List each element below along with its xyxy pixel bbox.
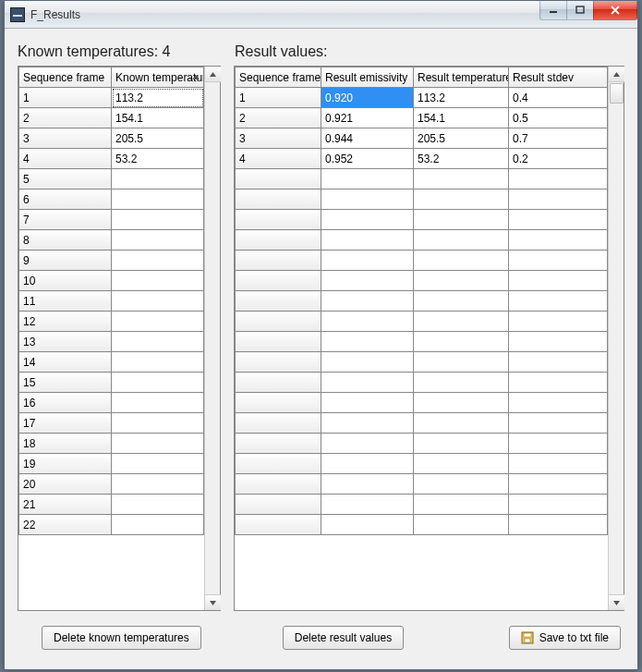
cell[interactable] xyxy=(321,291,414,312)
cell[interactable] xyxy=(509,454,608,474)
cell[interactable] xyxy=(321,210,414,230)
cell-temp[interactable] xyxy=(112,332,204,352)
table-row[interactable]: 22 xyxy=(19,515,204,535)
table-row[interactable]: 20.921154.10.5 xyxy=(236,108,608,128)
table-row[interactable] xyxy=(236,291,608,312)
cell[interactable] xyxy=(236,434,321,454)
cell[interactable] xyxy=(509,495,608,515)
column-header[interactable]: Result stdev xyxy=(509,67,608,88)
cell-temp[interactable] xyxy=(112,230,204,250)
table-row[interactable]: 453.2 xyxy=(19,149,204,169)
cell[interactable] xyxy=(236,230,321,250)
table-row[interactable] xyxy=(236,373,608,393)
table-row[interactable] xyxy=(236,515,608,535)
known-scrollbar[interactable] xyxy=(204,67,220,610)
cell[interactable] xyxy=(414,250,509,271)
cell-seq[interactable]: 8 xyxy=(19,230,112,250)
table-row[interactable]: 7 xyxy=(19,210,204,230)
cell[interactable] xyxy=(414,271,509,291)
results-scrollbar[interactable] xyxy=(608,67,624,610)
cell[interactable]: 2 xyxy=(236,108,321,128)
cell[interactable] xyxy=(414,413,509,434)
cell[interactable] xyxy=(236,312,321,332)
cell[interactable] xyxy=(321,352,414,373)
table-row[interactable]: 5 xyxy=(19,169,204,189)
cell-seq[interactable]: 2 xyxy=(19,108,112,128)
cell[interactable] xyxy=(509,413,608,434)
scroll-up-icon[interactable] xyxy=(609,67,624,82)
cell-temp[interactable] xyxy=(112,169,204,189)
cell-seq[interactable]: 16 xyxy=(19,393,112,413)
cell[interactable] xyxy=(414,291,509,312)
cell[interactable]: 0.7 xyxy=(509,128,608,149)
cell[interactable]: 0.920 xyxy=(321,88,414,108)
cell[interactable]: 154.1 xyxy=(414,108,509,128)
cell[interactable] xyxy=(321,413,414,434)
table-row[interactable] xyxy=(236,495,608,515)
table-row[interactable]: 19 xyxy=(19,454,204,474)
cell-seq[interactable]: 3 xyxy=(19,128,112,149)
cell-temp[interactable] xyxy=(112,413,204,434)
cell[interactable] xyxy=(414,515,509,535)
cell-temp[interactable]: 205.5 xyxy=(112,128,204,149)
table-row[interactable]: 11 xyxy=(19,291,204,312)
cell[interactable] xyxy=(236,271,321,291)
cell-seq[interactable]: 15 xyxy=(19,373,112,393)
table-row[interactable] xyxy=(236,271,608,291)
cell-temp[interactable] xyxy=(112,474,204,495)
results-grid[interactable]: Sequence frameResult emissivityResult te… xyxy=(235,67,608,610)
cell[interactable]: 205.5 xyxy=(414,128,509,149)
table-row[interactable]: 15 xyxy=(19,373,204,393)
cell-temp[interactable]: 53.2 xyxy=(112,149,204,169)
table-row[interactable]: 6 xyxy=(19,189,204,210)
table-row[interactable]: 20 xyxy=(19,474,204,495)
table-row[interactable] xyxy=(236,312,608,332)
cell-temp[interactable] xyxy=(112,393,204,413)
cell-temp[interactable] xyxy=(112,515,204,535)
cell-temp[interactable]: 113.2 xyxy=(112,88,204,108)
cell[interactable]: 0.4 xyxy=(509,88,608,108)
column-header[interactable]: Sequence frame xyxy=(19,67,112,88)
cell-seq[interactable]: 17 xyxy=(19,413,112,434)
cell[interactable] xyxy=(509,291,608,312)
cell-temp[interactable] xyxy=(112,352,204,373)
cell-temp[interactable] xyxy=(112,495,204,515)
cell[interactable] xyxy=(414,393,509,413)
scroll-down-icon[interactable] xyxy=(609,594,624,610)
cell[interactable] xyxy=(509,393,608,413)
cell[interactable] xyxy=(414,474,509,495)
column-header[interactable]: Known temperature xyxy=(112,67,204,88)
table-row[interactable]: 16 xyxy=(19,393,204,413)
cell-seq[interactable]: 19 xyxy=(19,454,112,474)
table-row[interactable] xyxy=(236,454,608,474)
cell[interactable] xyxy=(414,352,509,373)
cell[interactable]: 1 xyxy=(236,88,321,108)
cell-seq[interactable]: 6 xyxy=(19,189,112,210)
cell-temp[interactable] xyxy=(112,291,204,312)
cell[interactable] xyxy=(414,373,509,393)
cell[interactable] xyxy=(321,454,414,474)
cell[interactable] xyxy=(414,210,509,230)
table-row[interactable] xyxy=(236,189,608,210)
cell[interactable] xyxy=(236,332,321,352)
cell[interactable] xyxy=(509,434,608,454)
cell-seq[interactable]: 4 xyxy=(19,149,112,169)
cell-seq[interactable]: 20 xyxy=(19,474,112,495)
cell[interactable]: 0.2 xyxy=(509,149,608,169)
cell[interactable] xyxy=(236,373,321,393)
cell-seq[interactable]: 9 xyxy=(19,250,112,271)
cell-temp[interactable] xyxy=(112,189,204,210)
cell[interactable] xyxy=(509,332,608,352)
cell[interactable] xyxy=(509,352,608,373)
cell[interactable]: 53.2 xyxy=(414,149,509,169)
cell[interactable] xyxy=(321,515,414,535)
delete-known-button[interactable]: Delete known temperatures xyxy=(42,626,201,650)
cell[interactable] xyxy=(236,454,321,474)
table-row[interactable]: 17 xyxy=(19,413,204,434)
table-row[interactable] xyxy=(236,230,608,250)
known-grid[interactable]: Sequence frameKnown temperature1113.2215… xyxy=(18,67,204,610)
cell[interactable] xyxy=(236,495,321,515)
table-row[interactable] xyxy=(236,332,608,352)
cell-seq[interactable]: 10 xyxy=(19,271,112,291)
table-row[interactable] xyxy=(236,352,608,373)
